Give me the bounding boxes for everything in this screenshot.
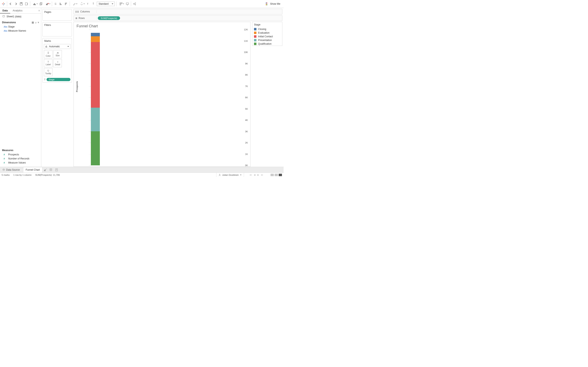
mark-label-button[interactable]: TLabel [44,59,52,67]
chevron-down-icon: ▼ [240,174,242,176]
new-worksheet-button[interactable] [31,1,38,7]
highlight-button[interactable] [71,1,78,7]
rows-icon: ≣ [75,17,77,20]
mark-detail-button[interactable]: ⠶Detail [53,59,62,67]
color-encoding-icon: ⠿ [44,78,46,81]
legend-item[interactable]: Qualification [252,42,282,46]
measure-field[interactable]: #Measure Values [0,161,41,165]
data-source-tab[interactable]: Data Source [0,167,22,173]
legend-label: Presentation [258,39,272,42]
duplicate-sheet-button[interactable] [38,1,44,7]
datasource-tab-icon [2,169,5,171]
nav-last-icon[interactable]: ⏭ [261,174,263,176]
svg-rect-15 [60,4,61,4]
new-worksheet-tab-button[interactable]: + [43,167,48,173]
view-filmstrip-button[interactable] [275,174,278,176]
svg-rect-33 [45,46,46,48]
view-list-icon[interactable]: ▦ [32,21,34,24]
search-fields-icon[interactable]: ⌕ [35,21,36,24]
new-story-tab-button[interactable] [54,167,60,173]
y-tick-label: 4K [240,119,248,121]
tab-analytics[interactable]: Analytics [10,8,25,13]
tableau-logo-icon[interactable] [1,1,6,7]
bar-segment[interactable] [91,36,100,42]
bar-segment[interactable] [91,33,100,36]
data-pane-menu-icon[interactable]: ≡ [37,8,41,13]
mark-tooltip-button[interactable]: 🗨Tooltip [44,68,52,76]
share-button[interactable] [132,1,137,7]
mark-color-button[interactable]: ⠿Color [44,50,52,58]
measure-field[interactable]: #Number of Records [0,157,41,161]
color-legend[interactable]: Stage ClosingEvaluationInitial ContactPr… [252,22,282,46]
viz-title[interactable]: Funnel Chart [74,22,250,30]
new-dashboard-tab-button[interactable] [48,167,54,173]
legend-label: Qualification [258,42,272,45]
svg-rect-10 [40,3,42,5]
fields-menu-icon[interactable]: ▾ [38,21,39,24]
legend-swatch [254,28,256,30]
bar-segment[interactable] [91,108,100,132]
presentation-button[interactable] [125,1,130,7]
svg-rect-18 [65,4,66,4]
svg-rect-23 [120,4,121,5]
show-labels-button[interactable]: T [85,1,91,7]
active-sheet-tab[interactable]: Funnel Chart [23,167,43,173]
svg-rect-37 [44,170,45,171]
svg-rect-14 [60,3,61,3]
show-cards-button[interactable] [117,1,125,7]
new-datasource-button[interactable] [24,1,29,7]
mark-size-button[interactable]: ◔Size [53,50,62,58]
measure-field[interactable]: #Prospects [0,152,41,157]
group-button[interactable] [78,1,85,7]
save-button[interactable] [18,1,24,7]
rows-pill[interactable]: SUM(Prospects) [98,16,120,20]
y-tick-label: 3K [240,130,248,133]
clear-sheet-button[interactable] [44,1,51,7]
svg-rect-5 [21,3,22,3]
svg-rect-28 [266,2,267,4]
y-tick-label: 12K [240,28,248,31]
svg-rect-29 [267,2,267,4]
show-me-button[interactable]: Show Me [264,1,282,6]
legend-item[interactable]: Presentation [252,38,282,42]
nav-first-icon[interactable]: ⏮ [250,174,252,176]
sort-asc-button[interactable] [58,1,63,7]
mark-type-dropdown[interactable]: Automatic [44,44,70,49]
legend-item[interactable]: Evaluation [252,31,282,35]
hash-icon: # [4,154,7,156]
legend-item[interactable]: Initial Contact [252,35,282,38]
dimension-field[interactable]: AbcMeasure Names [0,29,41,33]
sort-desc-button[interactable] [63,1,69,7]
stacked-bar[interactable] [91,33,100,165]
legend-item[interactable]: Closing [252,27,282,31]
pages-card[interactable]: Pages [43,9,72,21]
status-rowcol: 1 row by 1 column [13,174,31,176]
color-encoding-pill[interactable]: Stage [47,78,70,81]
filters-card[interactable]: Filters [43,22,72,36]
fit-dropdown[interactable]: Standard [97,2,115,6]
pin-button[interactable] [91,1,96,7]
view-tabs-button[interactable] [270,174,274,176]
data-source-row[interactable]: Sheet1 (data) [0,14,41,19]
columns-shelf[interactable]: ⫿⫿⫿Columns [73,9,282,15]
chart-plot[interactable]: Prospects 0K1K2K3K4K5K6K7K8K9K10K11K12K [77,30,248,165]
rows-shelf[interactable]: ≣Rows SUM(Prospects) [73,15,282,21]
user-menu[interactable]: Julian Doublesin ▼ [216,173,244,177]
swap-button[interactable] [53,1,58,7]
nav-prev-icon[interactable]: ◀ [254,174,255,176]
viz-canvas[interactable]: Funnel Chart Prospects 0K1K2K3K4K5K6K7K8… [73,22,251,167]
redo-button[interactable] [13,1,18,7]
hash-icon: # [4,162,7,164]
svg-rect-8 [34,3,35,5]
y-tick-label: 2K [240,142,248,144]
nav-next-icon[interactable]: ▶ [258,174,259,176]
bar-segment[interactable] [91,42,100,108]
dimension-field[interactable]: AbcStage [0,25,41,29]
work-area: ⫿⫿⫿Columns ≣Rows SUM(Prospects) Funnel C… [73,8,284,167]
field-label: Measure Names [8,29,26,32]
bar-segment[interactable] [91,131,100,165]
undo-button[interactable] [8,1,13,7]
tab-data[interactable]: Data [0,8,10,13]
view-sheet-button[interactable] [279,174,282,176]
svg-point-42 [219,174,220,175]
